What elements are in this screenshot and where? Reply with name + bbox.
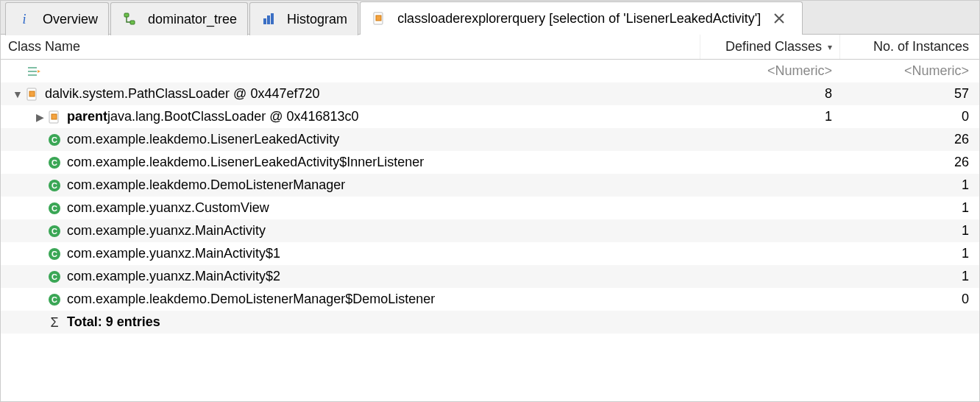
column-header-defined-classes[interactable]: Defined Classes ▾ [700, 35, 839, 59]
svg-text:C: C [52, 272, 57, 281]
cell-instances: 1 [839, 223, 979, 239]
class-icon: C [46, 223, 63, 239]
column-label: No. of Instances [873, 39, 969, 54]
doc-icon [371, 10, 387, 27]
table-row[interactable]: Ccom.example.yuanxz.MainActivity$21 [1, 265, 979, 288]
svg-text:C: C [52, 227, 57, 236]
row-label: com.example.yuanxz.CustomView [67, 200, 269, 216]
defined-filter[interactable]: <Numeric> [700, 63, 839, 79]
cell-instances: 26 [839, 155, 979, 170]
cell-defined: 1 [700, 109, 839, 124]
svg-rect-2 [130, 21, 135, 24]
svg-text:Σ: Σ [50, 315, 58, 330]
sigma-icon: Σ [46, 314, 63, 331]
close-icon[interactable] [771, 10, 787, 27]
filter-row: <Numeric><Numeric> [1, 60, 979, 82]
row-label: com.example.leakdemo.LisenerLeakedActivi… [67, 155, 424, 170]
cell-instances: 1 [839, 269, 979, 284]
table-row[interactable]: Ccom.example.leakdemo.DemoListenerManage… [1, 288, 979, 311]
chevron-down-icon: ▾ [828, 42, 832, 52]
row-label: com.example.leakdemo.DemoListenerManager… [67, 292, 435, 307]
tab-label: dominator_tree [148, 12, 237, 27]
class-icon: C [46, 177, 63, 194]
table-row[interactable]: Ccom.example.yuanxz.CustomView1 [1, 197, 979, 219]
table-row[interactable]: ▼dalvik.system.PathClassLoader @ 0x447ef… [1, 82, 979, 105]
filter-icon [26, 63, 42, 80]
row-label: java.lang.BootClassLoader @ 0x416813c0 [107, 109, 359, 124]
row-label: dalvik.system.PathClassLoader @ 0x447ef7… [45, 86, 319, 102]
instances-filter[interactable]: <Numeric> [839, 63, 979, 79]
cell-instances: 1 [839, 246, 979, 261]
tab-histogram[interactable]: Histogram [249, 2, 358, 35]
table-row[interactable]: ▶parent java.lang.BootClassLoader @ 0x41… [1, 105, 979, 128]
svg-text:i: i [22, 12, 26, 27]
svg-text:C: C [52, 250, 57, 258]
row-label: com.example.yuanxz.MainActivity$1 [67, 246, 280, 261]
chevron-down-icon[interactable]: ▼ [11, 88, 24, 100]
doc-icon [24, 86, 40, 102]
svg-rect-1 [124, 13, 129, 17]
cell-instances: 0 [839, 292, 979, 307]
cell-instances: 1 [839, 177, 979, 193]
row-label: com.example.yuanxz.MainActivity [67, 223, 266, 239]
table-row[interactable]: Ccom.example.leakdemo.LisenerLeakedActiv… [1, 151, 979, 174]
svg-rect-9 [29, 91, 35, 96]
row-label: com.example.leakdemo.LisenerLeakedActivi… [67, 132, 339, 147]
table-header: Class Name Defined Classes ▾ No. of Inst… [1, 35, 979, 60]
tree-icon [121, 11, 138, 27]
svg-rect-5 [271, 13, 274, 24]
svg-text:C: C [52, 204, 57, 213]
class-icon: C [46, 132, 63, 148]
class-icon: C [46, 200, 63, 216]
info-icon: i [16, 11, 32, 27]
tab-overview[interactable]: iOverview [5, 2, 109, 35]
svg-rect-4 [267, 15, 270, 24]
chevron-right-icon[interactable]: ▶ [33, 111, 46, 123]
tab-dominator_tree[interactable]: dominator_tree [110, 2, 248, 35]
doc-icon [46, 109, 63, 125]
svg-rect-3 [263, 18, 266, 24]
table-body: <Numeric><Numeric>▼dalvik.system.PathCla… [1, 60, 979, 334]
table-row[interactable]: Ccom.example.leakdemo.DemoListenerManage… [1, 174, 979, 197]
class-icon: C [46, 155, 63, 171]
column-label: Class Name [8, 39, 80, 54]
row-label: Total: 9 entries [67, 314, 160, 330]
tab-label: Histogram [287, 12, 347, 27]
column-header-instances[interactable]: No. of Instances [839, 35, 979, 59]
cell-instances: 1 [839, 200, 979, 216]
column-label: Defined Classes [725, 39, 822, 54]
row-label: com.example.yuanxz.MainActivity$2 [67, 269, 280, 284]
cell-instances: 26 [839, 132, 979, 147]
summary-row: ΣTotal: 9 entries [1, 311, 979, 334]
table-row[interactable]: Ccom.example.yuanxz.MainActivity$11 [1, 242, 979, 265]
tab-label: Overview [43, 12, 98, 27]
tab-label: classloaderexplorerquery [selection of '… [397, 11, 761, 27]
row-label: com.example.leakdemo.DemoListenerManager [67, 177, 345, 193]
class-icon: C [46, 292, 63, 308]
tab-bar: iOverviewdominator_treeHistogramclassloa… [1, 1, 979, 35]
cell-instances: 0 [839, 109, 979, 124]
svg-text:C: C [52, 295, 57, 304]
row-prefix: parent [67, 109, 107, 124]
tab-classloaderexplorerquery[interactable]: classloaderexplorerquery [selection of '… [360, 1, 803, 35]
svg-text:C: C [52, 158, 57, 167]
svg-text:C: C [52, 135, 57, 144]
class-icon: C [46, 269, 63, 285]
svg-rect-7 [376, 15, 381, 21]
table-row[interactable]: Ccom.example.leakdemo.LisenerLeakedActiv… [1, 128, 979, 151]
svg-text:C: C [52, 181, 57, 190]
cell-defined: 8 [700, 86, 839, 102]
cell-instances: 57 [839, 86, 979, 102]
svg-rect-11 [52, 114, 57, 119]
column-header-class-name[interactable]: Class Name [1, 39, 700, 54]
table-row[interactable]: Ccom.example.yuanxz.MainActivity1 [1, 219, 979, 242]
bars-icon [260, 11, 277, 27]
class-icon: C [46, 246, 63, 262]
